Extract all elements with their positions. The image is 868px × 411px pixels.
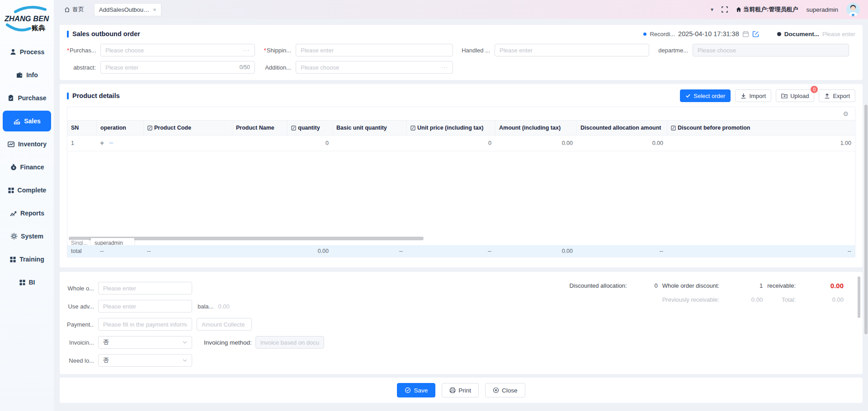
tenant-info[interactable]: 当前租户:管理员租户 [736,5,798,14]
card-vertical-scrollbar[interactable] [858,276,860,318]
whole-order-input[interactable]: Please enter [98,282,192,294]
col-header-amount[interactable]: Amount (including tax) [495,121,576,135]
cell-quantity[interactable]: 0 [287,136,332,150]
close-circle-icon [493,387,499,393]
sidebar-item-info[interactable]: Info [3,65,51,85]
use-advance-input[interactable]: Please enter [98,300,192,313]
fullscreen-icon[interactable] [722,6,728,13]
sidebar-item-label: Training [19,256,44,263]
invoicing-method-input[interactable]: Invoice based on docume [255,336,324,349]
total-label: Total: [767,296,796,303]
app-logo[interactable]: ZHANG BEN 账犇 [0,0,54,38]
product-details-card: Product details Select order Import Uplo… [60,84,863,267]
amount-collected-input[interactable]: Amount Collecte [197,318,252,331]
table-total-row: total -- -- 0.00 -- -- 0.00 -- -- [67,245,855,257]
check-circle-icon [405,387,411,393]
add-row-icon[interactable]: + [100,139,104,147]
sidebar-item-label: Inventory [18,140,47,148]
table-settings-gear-icon[interactable]: ⚙ [843,110,849,117]
sidebar-item-complete[interactable]: Complete [3,180,51,201]
sidebar-item-purchase[interactable]: Purchase [3,88,51,108]
abstract-input[interactable]: Please enter 0/50 [100,61,255,74]
payment-label: Payment... [67,321,94,328]
cell-discount-before-promotion[interactable]: 1.00 [667,136,855,150]
edit-icon[interactable] [752,31,759,37]
remove-row-icon[interactable]: − [109,139,113,147]
print-button[interactable]: Print [442,383,479,397]
table-footer: Singl... superadmin total -- -- 0.00 -- … [67,236,855,257]
discounted-allocation-value: 0 [632,282,658,289]
cell-product-code[interactable] [143,140,232,147]
upload-button[interactable]: Upload [776,89,814,102]
save-button[interactable]: Save [397,383,435,397]
document-number-input[interactable]: Please enter [822,31,855,37]
cell-operation: + − [96,135,143,151]
char-counter: 0/50 [240,64,250,70]
receivable-value: 0.00 [800,282,844,290]
tab-label: AddSalesOutbou… [99,6,149,13]
sidebar-item-reports[interactable]: Reports [3,203,51,224]
sidebar-item-sales[interactable]: Sales [3,111,51,131]
previously-receivable-label: Previously receivable: [662,296,719,303]
edit-icon [671,126,676,131]
sidebar-item-system[interactable]: System [3,226,51,247]
topbar: 首页 AddSalesOutbou… × ▾ 当前租户:管理员租户 supera… [54,0,868,19]
avatar[interactable] [846,3,860,16]
col-header-operation[interactable]: operation [96,121,143,135]
table-header-row: SN operation Product Code Product Name q… [67,121,855,135]
username[interactable]: superadmin [806,6,838,13]
chevron-down-icon [183,359,187,362]
sidebar-item-inventory[interactable]: Inventory [3,134,51,154]
calendar-icon[interactable] [742,31,749,37]
close-button[interactable]: Close [485,383,525,397]
col-header-product-name[interactable]: Product Name [232,121,287,135]
sidebar-item-finance[interactable]: ¥ Finance [3,157,51,177]
page-vertical-scrollbar[interactable] [864,105,868,334]
required-dot-icon [643,33,646,36]
col-header-quantity[interactable]: quantity [287,121,332,135]
sidebar-item-process[interactable]: Process [3,42,51,62]
payment-info-input[interactable]: Please fill in the payment information [98,318,192,331]
download-icon [741,93,746,99]
cell-amount: 0.00 [495,136,576,150]
more-icon[interactable]: ··· [441,64,448,70]
use-advance-label: Use adv... [67,303,94,310]
select-order-button[interactable]: Select order [680,89,731,102]
cell-unit-price[interactable]: 0 [406,136,495,150]
col-header-sn[interactable]: SN [67,121,96,135]
shipping-input[interactable]: Please enter [296,44,453,56]
close-icon[interactable]: × [153,6,156,13]
department-input[interactable]: Please choose [693,44,849,56]
recording-time-value[interactable]: 2025-04-10 17:31:38 [678,30,739,37]
col-header-discount-before-promotion[interactable]: Discount before promotion [667,121,855,135]
person-icon [9,48,17,56]
total-product-name [232,249,287,253]
handled-by-label: Handled ... [453,47,495,54]
home-icon [64,7,70,13]
logo-text-en: ZHANG BEN [4,14,49,23]
export-button[interactable]: Export [819,89,855,102]
additional-input[interactable]: Please choose ··· [296,61,453,74]
need-logistics-select[interactable]: 否 [98,354,192,367]
grid-icon [8,187,14,194]
sidebar-item-training[interactable]: Training [3,249,51,270]
col-header-unit-price[interactable]: Unit price (including tax) [406,121,495,135]
col-header-product-code[interactable]: Product Code [143,121,232,135]
more-icon[interactable]: ··· [243,47,250,53]
sidebar-item-label: Reports [20,210,44,217]
col-header-basic-unit-quantity[interactable]: Basic unit quantity [332,121,406,135]
invoicing-select[interactable]: 否 [98,336,192,349]
shipping-label: *Shippin... [255,47,296,54]
total-amount: 0.00 [495,246,576,257]
tab-home[interactable]: 首页 [64,5,84,14]
chart-box-icon [7,140,15,148]
chevron-down-icon[interactable]: ▾ [711,6,713,13]
invoicing-method-label: Invoicing method: [204,339,252,346]
col-header-discounted-allocation[interactable]: Discounted allocation amount [576,121,667,135]
handled-by-input[interactable]: Please enter [495,44,649,56]
purchase-order-input[interactable]: Please choose ··· [100,44,255,56]
sidebar-item-bi[interactable]: BI [3,272,51,293]
tab-add-sales-outbound[interactable]: AddSalesOutbou… × [94,3,161,16]
grid-icon [9,256,16,263]
import-button[interactable]: Import [735,89,771,102]
